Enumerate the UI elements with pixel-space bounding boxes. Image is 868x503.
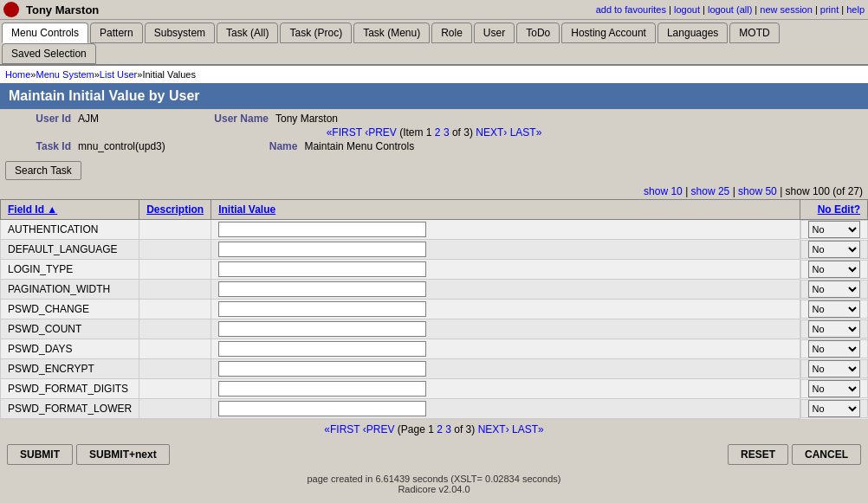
initial-value-input[interactable] <box>218 381 426 397</box>
action-buttons-right: RESET CANCEL <box>728 444 861 465</box>
breadcrumb: Home»Menu System»List User»Initial Value… <box>0 66 868 83</box>
cell-initial-value[interactable] <box>211 280 800 300</box>
print-link[interactable]: print <box>820 4 839 15</box>
no-edit-select[interactable]: NoYes <box>808 340 860 358</box>
bottom-nav-first[interactable]: «FIRST <box>324 423 360 435</box>
initial-value-input[interactable] <box>218 261 426 277</box>
cell-description <box>139 220 211 240</box>
initial-value-input[interactable] <box>218 361 426 377</box>
logout-all-link[interactable]: logout (all) <box>708 4 752 15</box>
search-task-button[interactable]: Search Task <box>5 161 81 180</box>
breadcrumb-current: Initial Values <box>142 69 196 80</box>
nav-prev[interactable]: ‹PREV <box>365 126 397 139</box>
tab-motd[interactable]: MOTD <box>729 23 779 43</box>
no-edit-select[interactable]: NoYes <box>808 400 860 417</box>
show-10-link[interactable]: show 10 <box>644 185 683 197</box>
tab-task-menu[interactable]: Task (Menu) <box>353 23 430 43</box>
submit-button[interactable]: SUBMIT <box>7 444 73 465</box>
help-link[interactable]: help <box>846 4 865 15</box>
cell-initial-value[interactable] <box>211 339 800 359</box>
tab-subsystem[interactable]: Subsystem <box>145 23 215 43</box>
add-to-favourites-link[interactable]: add to favourites <box>596 4 666 15</box>
cell-no-edit[interactable]: NoYes <box>800 399 868 418</box>
breadcrumb-list-user[interactable]: List User <box>100 69 137 80</box>
reset-button[interactable]: RESET <box>728 444 788 465</box>
initial-value-input[interactable] <box>218 341 426 357</box>
col-no-edit-link[interactable]: No Edit? <box>818 203 860 216</box>
nav-next[interactable]: NEXT› <box>476 126 507 139</box>
col-description-link[interactable]: Description <box>146 203 204 216</box>
no-edit-select[interactable]: NoYes <box>808 380 860 397</box>
cell-no-edit[interactable]: NoYes <box>800 319 868 339</box>
tab-menu-controls[interactable]: Menu Controls <box>2 23 88 43</box>
tab-task-proc[interactable]: Task (Proc) <box>280 23 352 43</box>
cell-initial-value[interactable] <box>211 399 800 419</box>
cell-initial-value[interactable] <box>211 319 800 339</box>
no-edit-select[interactable]: NoYes <box>808 281 860 298</box>
cell-no-edit[interactable]: NoYes <box>800 300 868 319</box>
cell-initial-value[interactable] <box>211 220 800 240</box>
nav-page2[interactable]: 2 <box>435 126 441 139</box>
cell-initial-value[interactable] <box>211 260 800 280</box>
cell-initial-value[interactable] <box>211 300 800 319</box>
tab-languages[interactable]: Languages <box>657 23 728 43</box>
no-edit-select[interactable]: NoYes <box>808 221 860 238</box>
col-initial-value-link[interactable]: Initial Value <box>218 203 275 216</box>
tab-todo[interactable]: ToDo <box>516 23 560 43</box>
tab-hosting-account[interactable]: Hosting Account <box>561 23 656 43</box>
cell-initial-value[interactable] <box>211 359 800 379</box>
nav-last[interactable]: LAST» <box>510 126 542 139</box>
tab-task-all[interactable]: Task (All) <box>217 23 278 43</box>
initial-value-input[interactable] <box>218 301 426 317</box>
cell-no-edit[interactable]: NoYes <box>800 379 868 398</box>
cell-no-edit[interactable]: NoYes <box>800 220 868 239</box>
bottom-nav-of: of 3) <box>454 423 475 435</box>
nav-first[interactable]: «FIRST <box>327 126 362 139</box>
no-edit-select[interactable]: NoYes <box>808 300 860 318</box>
initial-value-input[interactable] <box>218 222 426 237</box>
cell-description <box>139 359 211 379</box>
initial-value-input[interactable] <box>218 321 426 337</box>
submit-next-button[interactable]: SUBMIT+next <box>76 444 170 465</box>
tab-saved-selection[interactable]: Saved Selection <box>2 43 96 64</box>
search-task-area: Search Task <box>5 161 863 180</box>
username-label: Tony Marston <box>26 3 99 16</box>
breadcrumb-home[interactable]: Home <box>5 69 30 80</box>
nav-info: (Item 1 <box>399 126 431 139</box>
initial-value-input[interactable] <box>218 242 426 257</box>
breadcrumb-menu-system[interactable]: Menu System <box>36 69 94 80</box>
logout-link[interactable]: logout <box>674 4 700 15</box>
show-50-link[interactable]: show 50 <box>738 185 777 197</box>
no-edit-select[interactable]: NoYes <box>808 320 860 338</box>
bottom-nav-prev[interactable]: ‹PREV <box>363 423 395 435</box>
show-25-link[interactable]: show 25 <box>691 185 730 197</box>
bottom-nav-page2[interactable]: 2 <box>437 423 443 435</box>
col-field-id-link[interactable]: Field Id ▲ <box>8 203 57 216</box>
cell-no-edit[interactable]: NoYes <box>800 260 868 279</box>
cell-initial-value[interactable] <box>211 240 800 260</box>
no-edit-select[interactable]: NoYes <box>808 360 860 377</box>
table-row: PSWD_COUNTNoYes <box>1 319 868 339</box>
cell-no-edit[interactable]: NoYes <box>800 359 868 378</box>
cell-initial-value[interactable] <box>211 379 800 399</box>
new-session-link[interactable]: new session <box>760 4 813 15</box>
cell-no-edit[interactable]: NoYes <box>800 339 868 358</box>
tab-user[interactable]: User <box>474 23 515 43</box>
tab-pattern[interactable]: Pattern <box>90 23 143 43</box>
initial-value-input[interactable] <box>218 401 426 416</box>
data-table: Field Id ▲ Description Initial Value No … <box>0 199 868 419</box>
bottom-nav-last[interactable]: LAST» <box>512 423 544 435</box>
cell-no-edit[interactable]: NoYes <box>800 240 868 259</box>
bottom-nav-next[interactable]: NEXT› <box>478 423 509 435</box>
no-edit-select[interactable]: NoYes <box>808 261 860 278</box>
table-row: PAGINATION_WIDTHNoYes <box>1 280 868 300</box>
tab-role[interactable]: Role <box>431 23 472 43</box>
cell-field-id: LOGIN_TYPE <box>1 260 139 280</box>
cell-description <box>139 379 211 399</box>
cancel-button[interactable]: CANCEL <box>792 444 861 465</box>
initial-value-input[interactable] <box>218 281 426 297</box>
nav-page3[interactable]: 3 <box>444 126 450 139</box>
no-edit-select[interactable]: NoYes <box>808 241 860 258</box>
bottom-nav-page3[interactable]: 3 <box>445 423 451 435</box>
cell-no-edit[interactable]: NoYes <box>800 280 868 299</box>
